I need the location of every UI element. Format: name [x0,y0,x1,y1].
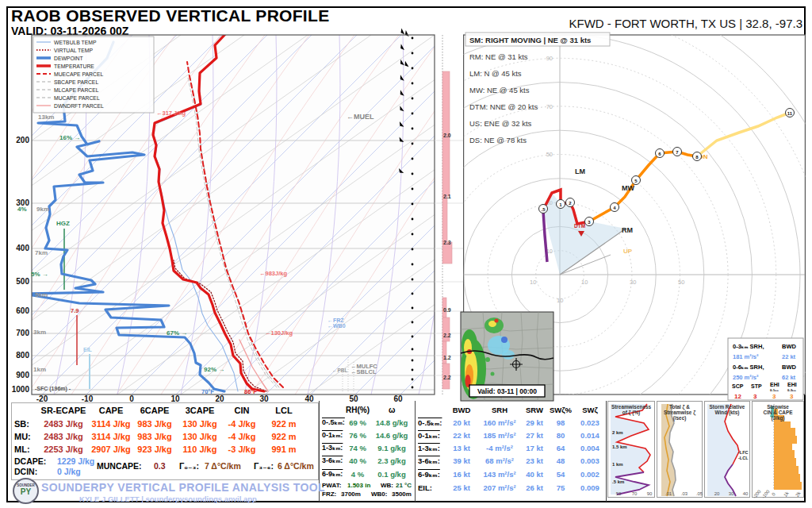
ring-label: 30 [630,279,636,286]
strip-value: 0.9 [443,307,451,313]
rh-header: RH(%) [346,406,370,414]
col-header: LCL [256,406,312,415]
height-label: 1km [33,366,46,373]
strip-value: 1.2 [443,355,451,360]
cell: 922 m [256,433,312,441]
rh-annotation: 16% → [59,134,80,141]
layer-label: 3-6ₖₘ: [322,457,343,464]
row-label: SB: [14,420,29,429]
skewt-legend: WETBULB TEMP VIRTUAL TEMP DEWPOINT TEMPE… [33,37,154,113]
svg-text:20: 20 [714,491,720,496]
cell: 0.023 [573,419,607,427]
frz-label: ←FRZ [327,318,344,323]
svg-text:-LCL: -LCL [738,456,749,460]
wb0-label: ←WB0 [327,323,346,329]
sfc-label: -SFC (196m) - [35,386,71,392]
pbl-label: ←PBL [332,368,348,373]
svg-text:22 kt: 22 kt [782,353,796,360]
cape-annotation: ←317 J/kg [156,110,186,117]
rh-annotation: 67% → [167,329,187,337]
svg-text:(/sec): (/sec) [673,415,687,421]
legend-item: MUCAPE PARCEL [54,95,100,101]
svg-text:Storm Relative: Storm Relative [710,404,745,410]
layer-label: 0-1ₖₘ: [322,432,343,439]
col-header: SRH [480,406,519,414]
svg-text:12: 12 [734,393,741,400]
us-line: US: ENE @ 32 kts [469,119,532,128]
surface-dewpoint-f: 70°F [201,388,214,395]
footer-title: SOUNDERPY VERTICAL PROFILE ANALYSIS TOOL [41,481,295,494]
rh-annotation: 5% → [31,271,48,278]
legend-item: DWNDRFT PARCEL [54,103,104,109]
layer-label: EIL: [418,484,432,492]
dcape-label: DCAPE: [14,457,46,466]
svg-text:90: 90 [647,491,653,496]
cell: 98 [546,419,575,427]
rh-value: 76 % [344,432,371,440]
legend-item: VIRTUAL TEMP [54,48,93,53]
dcape-value: 1229 J/kg [57,457,94,466]
svg-text:SCP: SCP [732,383,744,389]
strip-value: 2.2 [443,333,451,338]
dcin-value: 0 J/kg [57,468,81,476]
ring-label: 10 [530,279,536,286]
svg-text:0-3ₖₘ: 0-3ₖₘ [787,388,796,392]
panel-stepwise-cape: Stepwise CIN & CAPE (J/kg) -200 -100 0 1… [752,401,804,498]
svg-text:Valid: 03-11 | 00:00: Valid: 03-11 | 00:00 [477,387,537,395]
layer-label: 6-9ₖₘ: [322,471,343,478]
cape-annotation: ←983J/kg [259,270,287,277]
lr36-value: 6 Δ°C/km [278,462,314,471]
pwat-value: 1.503 in [347,483,370,489]
height-label: 13km [38,114,54,121]
omega-value: 14.8 g/kg [371,419,412,427]
svg-text:of ζ (%): of ζ (%) [622,410,640,416]
sounderpy-logo: SOUNDER PY [13,478,39,504]
svg-text:Streamwiseness: Streamwiseness [611,404,652,410]
layer-label: 1-3ₖₘ: [418,444,440,452]
layer-label: 0-1ₖₘ: [418,432,440,440]
omega-value: 9.1 g/kg [371,444,412,452]
ring-label: 70 [546,103,553,110]
svg-text:62 kt: 62 kt [782,374,796,381]
strip-value: 2.2 [443,375,451,380]
cell: 991 m [256,445,312,454]
height-label: 3km [33,329,46,336]
cell: 0.014 [573,432,607,440]
svg-text:50: 50 [616,491,622,496]
svg-text:.01: .01 [665,491,672,496]
svg-text:0-1ₖₘ: 0-1ₖₘ [770,388,779,392]
footer-credit-link[interactable]: KYLE J GILLETT | sounderpysoundings.anvi… [41,495,295,503]
page-title: RAOB OBSERVED VERTICAL PROFILE [11,6,329,25]
eil-label: EIL [83,347,93,352]
thermo-table: SR-ECAPE CAPE 6CAPE 3CAPE CIN LCL SB: 24… [11,404,317,480]
lapse-bars [442,71,452,389]
lr36-label: Γ₃₋₆: [254,462,274,471]
pressure-tick: 700 [16,329,29,337]
dtm-label: DTM [574,223,585,229]
radar-caption: Valid: 03-11 | 00:00 [469,385,545,397]
cell: 48 [546,457,575,465]
svg-text:3: 3 [790,393,794,400]
height-label: 5km [35,291,48,298]
cell: 75 [546,484,575,492]
pressure-tick: 600 [16,306,29,315]
svg-text:.5: .5 [541,207,546,212]
srh-indices-box: 0-3ₖₘ SRH, BWD 181 m²/s² 22 kt 0-6ₖₘ SRH… [728,338,803,400]
ring-label: 10 [581,279,588,286]
omega-value: 0.1 g/kg [371,471,412,479]
strip-value: 2.3 [443,240,451,245]
layer-label: 1-3ₖₘ: [322,444,343,452]
layer-label: 0-.5ₖₘ: [322,419,345,426]
rm-line: RM: NE @ 31 kts [469,52,528,61]
svg-text:40: 40 [743,491,749,496]
svg-text:30: 30 [729,491,734,496]
svg-text:BWD: BWD [782,343,796,350]
svg-text:3: 3 [753,393,757,400]
moisture-table: RH(%) ω 0-.5ₖₘ: 69 % 14.8 g/kg 0-1ₖₘ: 76… [322,404,413,502]
svg-text:11: 11 [787,111,793,116]
kinematics-table: BWD SRH SRW SWζ% SWζ 0-.5ₖₘ: 20 kt 160 m… [418,404,605,502]
svg-text:0-6ₖₘ SRH,: 0-6ₖₘ SRH, [733,364,764,371]
rh-value: 40 % [344,457,371,465]
svg-text:.05: .05 [696,491,703,496]
pressure-axis: 200 300 400 500 600 700 800 900 1000 [12,136,30,394]
